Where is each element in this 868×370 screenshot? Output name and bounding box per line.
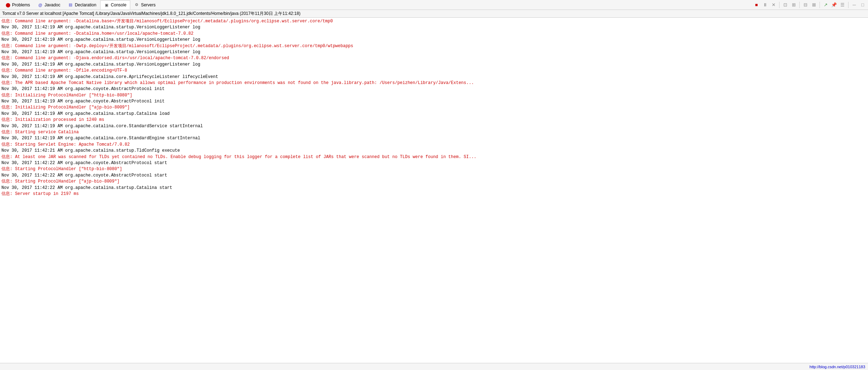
console-line: 信息: Command line argument: -Dfile.encodi… — [1, 68, 867, 74]
problems-tab-icon: ⬤ — [5, 2, 10, 7]
new-console-button[interactable]: ⊟ — [801, 1, 809, 9]
console-line: Nov 30, 2017 11:42:19 AM org.apache.cata… — [1, 111, 867, 117]
sep1-separator — [779, 2, 780, 8]
servers-tab-icon: ⚙ — [134, 2, 139, 7]
console-line: 信息: Command line argument: -Dcatalina.ho… — [1, 31, 867, 37]
sep3-separator — [820, 2, 820, 8]
tab-servers[interactable]: ⚙Servers — [130, 0, 159, 10]
console-line: Nov 30, 2017 11:42:21 AM org.apache.cata… — [1, 148, 867, 154]
console-line: 信息: Server startup in 2197 ms — [1, 191, 867, 197]
sep4-separator — [848, 2, 849, 8]
console-line: 信息: Initialization processed in 1240 ms — [1, 117, 867, 123]
console-line: Nov 30, 2017 11:42:19 AM org.apache.cata… — [1, 135, 867, 141]
console-line: Nov 30, 2017 11:42:22 AM org.apache.coyo… — [1, 173, 867, 179]
console-line: 信息: Starting service Catalina — [1, 129, 867, 135]
servers-tab-label: Servers — [141, 2, 155, 7]
console-line: Nov 30, 2017 11:42:19 AM org.apache.coyo… — [1, 86, 867, 92]
console-line: Nov 30, 2017 11:42:19 AM org.apache.coyo… — [1, 99, 867, 105]
console-line: 信息: Initializing ProtocolHandler ["ajp-b… — [1, 105, 867, 111]
console-line: 信息: At least one JAR was scanned for TLD… — [1, 154, 867, 160]
bottom-url[interactable]: http://blog.csdn.net/p010321183 — [810, 365, 865, 369]
declaration-tab-icon: ▤ — [68, 2, 73, 7]
problems-tab-label: Problems — [12, 2, 30, 7]
console-line: Nov 30, 2017 11:42:19 AM org.apache.cata… — [1, 24, 867, 30]
console-line: 信息: Starting ProtocolHandler ["http-bio-… — [1, 166, 867, 172]
console-line: Nov 30, 2017 11:42:22 AM org.apache.coyo… — [1, 160, 867, 166]
pin-button[interactable]: 📌 — [830, 1, 838, 9]
server-status-text: Tomcat v7.0 Server at localhost [Apache … — [2, 11, 301, 17]
console-line: 信息: The APR based Apache Tomcat Native l… — [1, 80, 867, 86]
console-line: Nov 30, 2017 11:42:19 AM org.apache.cata… — [1, 37, 867, 43]
console-line: 信息: Initializing ProtocolHandler ["http-… — [1, 92, 867, 99]
console-tab-label: Console — [111, 2, 126, 7]
console-output[interactable]: 信息: Command line argument: -Dcatalina.ba… — [0, 18, 868, 363]
sep2-separator — [799, 2, 800, 8]
tab-console[interactable]: ▣Console — [100, 0, 130, 10]
maximize-button[interactable]: □ — [859, 1, 867, 9]
console-tab-icon: ▣ — [104, 2, 109, 7]
console-view-button[interactable]: ☰ — [839, 1, 846, 9]
console-line: 信息: Command line argument: -Dwtp.deploy=… — [1, 43, 867, 49]
display-selected-button[interactable]: ⊠ — [810, 1, 818, 9]
scroll-lock-button[interactable]: ⊞ — [790, 1, 798, 9]
console-line: Nov 30, 2017 11:42:22 AM org.apache.cata… — [1, 185, 867, 191]
javadoc-tab-icon: @ — [38, 2, 43, 7]
bottom-bar: http://blog.csdn.net/p010321183 — [0, 363, 868, 370]
toolbar-right: ■⏸✕⊡⊞⊟⊠↗📌☰─□ — [753, 1, 867, 9]
console-line: Nov 30, 2017 11:42:19 AM org.apache.cata… — [1, 49, 867, 55]
clear-button[interactable]: ⊡ — [781, 1, 789, 9]
console-line: 信息: Starting Servlet Engine: Apache Tomc… — [1, 142, 867, 148]
open-console-button[interactable]: ↗ — [822, 1, 829, 9]
declaration-tab-label: Declaration — [75, 2, 96, 7]
javadoc-tab-label: Javadoc — [45, 2, 61, 7]
console-line: 信息: Starting ProtocolHandler ["ajp-bio-8… — [1, 179, 867, 185]
tab-bar: ⬤Problems@Javadoc▤Declaration▣Console⚙Se… — [0, 0, 868, 10]
console-line: 信息: Command line argument: -Djava.endors… — [1, 55, 867, 61]
console-line: 信息: Command line argument: -Dcatalina.ba… — [1, 18, 867, 24]
console-line: Nov 30, 2017 11:42:19 AM org.apache.cata… — [1, 62, 867, 68]
tab-declaration[interactable]: ▤Declaration — [64, 0, 100, 10]
tab-problems[interactable]: ⬤Problems — [1, 0, 34, 10]
console-line: Nov 30, 2017 11:42:19 AM org.apache.cata… — [1, 74, 867, 80]
stop-button[interactable]: ■ — [753, 1, 760, 9]
tab-javadoc[interactable]: @Javadoc — [34, 0, 64, 10]
minimize-button[interactable]: ─ — [850, 1, 858, 9]
console-line: Nov 30, 2017 11:42:19 AM org.apache.cata… — [1, 123, 867, 129]
terminate-button[interactable]: ✕ — [770, 1, 777, 9]
server-status-bar: Tomcat v7.0 Server at localhost [Apache … — [0, 10, 868, 18]
suspend-button[interactable]: ⏸ — [761, 1, 769, 9]
